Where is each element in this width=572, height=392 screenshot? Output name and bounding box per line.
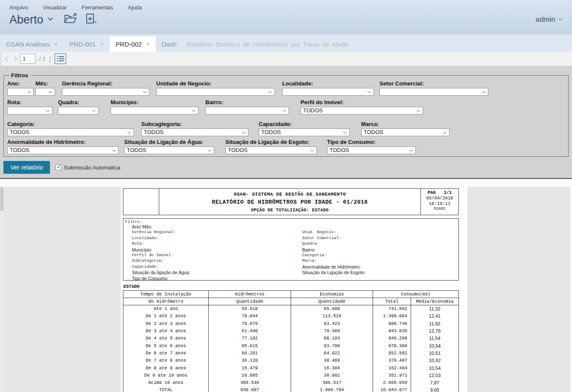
chevron-down-icon bbox=[310, 148, 314, 152]
table-cell: 10,51 bbox=[411, 349, 459, 357]
report-section-label: ESTADO bbox=[123, 284, 459, 289]
report-filtro-row: Ano/ Mês: bbox=[125, 224, 457, 230]
tab-gsan-analises[interactable]: GSAN Analises × bbox=[0, 36, 64, 52]
table-cell: 11,92 bbox=[411, 320, 459, 327]
toc-button[interactable] bbox=[55, 53, 66, 64]
filter-setor-comercial: Setor Comercial: bbox=[379, 80, 488, 96]
filter-situacao-agua-select[interactable]: TODOS bbox=[124, 146, 214, 154]
report-filtro-rows: Ano/ Mês:Gerência Regional:Unid. Negócio… bbox=[125, 224, 457, 281]
select-value: TODOS bbox=[127, 147, 146, 153]
close-icon[interactable]: × bbox=[100, 41, 103, 47]
filter-label: Situação de Ligação de Água: bbox=[124, 139, 214, 145]
table-cell: 61.440 bbox=[209, 327, 291, 334]
select-value: TODOS bbox=[261, 129, 281, 135]
table-row: De 1 ate 2 anos78.844113.5291.399.06412,… bbox=[123, 313, 459, 320]
filter-setor-comercial-select[interactable] bbox=[379, 88, 488, 96]
table-header-row-2: do Hidrômetro Quantidade Quantidade Tota… bbox=[123, 298, 459, 305]
tab-prd-002[interactable]: PRD-002 × bbox=[110, 36, 156, 52]
content-gap bbox=[0, 179, 572, 187]
table-cell: 16.304 bbox=[291, 364, 373, 372]
auto-submit-checkbox[interactable] bbox=[55, 164, 61, 170]
filter-quadra-select[interactable] bbox=[58, 107, 99, 114]
close-icon[interactable]: × bbox=[146, 41, 149, 47]
filter-unidade-negocio-select[interactable] bbox=[156, 88, 275, 96]
menu-ferramentas[interactable]: Ferramentas bbox=[82, 4, 113, 11]
table-cell: 60.291 bbox=[209, 349, 291, 357]
menu-visualizar[interactable]: Visualizar bbox=[43, 4, 67, 11]
filter-label: Gerência Regional: bbox=[62, 80, 149, 87]
tab-dash[interactable]: Dash bbox=[156, 36, 183, 52]
report-filtro-label: Localidade: bbox=[132, 236, 159, 240]
filter-capacidade-select[interactable]: TODOS bbox=[259, 129, 350, 136]
table-row: De 6 ate 7 anos60.29164.922652.59210,51 bbox=[123, 349, 459, 357]
new-document-button[interactable] bbox=[85, 13, 97, 26]
filter-gerencia-regional-select[interactable] bbox=[62, 88, 149, 96]
scrollbar-thumb[interactable] bbox=[0, 187, 3, 211]
report-filtro-row: Subcategoria:Marca: bbox=[125, 258, 457, 264]
report-filtro-label: Anormalidade de Hidrômetro: bbox=[302, 264, 361, 269]
chevron-down-icon bbox=[558, 17, 562, 20]
table-cell: 38.469 bbox=[291, 357, 373, 364]
select-value: TODOS bbox=[364, 129, 383, 135]
filter-label: Unidade de Negocio: bbox=[156, 80, 275, 87]
select-value: TODOS bbox=[330, 147, 349, 153]
toolbar-separator: | bbox=[49, 56, 51, 62]
tab-prd-001[interactable]: PRD-001 × bbox=[64, 36, 110, 52]
filter-anormalidade-select[interactable]: TODOS bbox=[7, 146, 119, 154]
close-icon[interactable]: × bbox=[54, 41, 58, 47]
filter-mes-select[interactable] bbox=[35, 88, 55, 96]
next-page-icon[interactable] bbox=[12, 56, 17, 61]
tab-label: PRD-001 bbox=[70, 41, 96, 48]
table-cell: 1.399.064 bbox=[373, 313, 411, 320]
table-cell: 11,32 bbox=[411, 305, 459, 313]
report-filtro-label: Subcategoria: bbox=[132, 258, 163, 263]
view-report-button[interactable]: Ver relatório bbox=[3, 161, 50, 174]
page-number-input[interactable] bbox=[20, 54, 35, 64]
report-table-body: Ate 1 ano55.61865.608741.00211,32De 1 at… bbox=[123, 305, 459, 392]
filter-localidade-select[interactable] bbox=[282, 88, 374, 96]
chevron-down-icon bbox=[46, 108, 50, 112]
vertical-scrollbar[interactable] bbox=[0, 187, 4, 392]
menu-ajuda[interactable]: Ajuda bbox=[128, 4, 142, 11]
report-filtro-row: Município:Bairro: bbox=[125, 247, 457, 253]
table-cell: 939.097 bbox=[209, 386, 291, 392]
table-cell: 93.768 bbox=[291, 342, 373, 349]
report-filtro-label: Quadra: bbox=[302, 241, 319, 246]
previous-page-icon[interactable] bbox=[5, 56, 9, 61]
table-cell: 1.060.704 bbox=[291, 386, 373, 392]
filter-perfil-imovel-select[interactable]: TODOS bbox=[301, 107, 423, 114]
select-value: TODOS bbox=[10, 129, 29, 135]
table-cell: Ate 1 ano bbox=[123, 305, 209, 313]
filter-bairro-select[interactable] bbox=[205, 107, 289, 114]
filter-label: Quadra: bbox=[58, 99, 99, 105]
filter-municipio-select[interactable] bbox=[111, 107, 198, 114]
tab-label: PRD-002 bbox=[116, 41, 142, 48]
user-menu[interactable]: admin bbox=[536, 15, 561, 24]
filter-label: Perfil do Imóvel: bbox=[301, 99, 423, 105]
report-filtro-label: Tipo de Consumo: bbox=[132, 276, 168, 281]
report-filtro-row: Tipo de Consumo: bbox=[125, 276, 457, 281]
filter-subcategoria: Subcagtegoria: TODOS bbox=[141, 121, 248, 136]
report-filtro-row: Rota:Quadra: bbox=[125, 241, 457, 247]
filter-marca-select[interactable]: TODOS bbox=[361, 129, 449, 136]
filter-unidade-negocio: Unidade de Negocio: bbox=[156, 80, 275, 96]
filter-categoria-select[interactable]: TODOS bbox=[7, 129, 134, 136]
table-cell: 162.464 bbox=[373, 364, 411, 372]
table-cell: 741.002 bbox=[373, 305, 411, 313]
report-filtro-label: Município: bbox=[132, 247, 152, 252]
filter-rota-select[interactable] bbox=[7, 107, 53, 114]
report-filtro-label: Rota: bbox=[132, 241, 144, 246]
report-filtro-label: Categoria: bbox=[302, 253, 327, 257]
filter-subcategoria-select[interactable]: TODOS bbox=[141, 129, 248, 136]
chevron-down-icon bbox=[192, 108, 196, 112]
table-cell: De 9 ate 10 anos bbox=[123, 372, 209, 379]
table-cell: 30.602 bbox=[291, 372, 373, 379]
open-folder-export-button[interactable] bbox=[64, 13, 77, 26]
menu-arquivo[interactable]: Arquivo bbox=[9, 4, 28, 11]
filter-tipo-consumo-select[interactable]: TODOS bbox=[327, 146, 416, 154]
open-dropdown-button[interactable]: Aberto bbox=[9, 13, 52, 26]
report-filtro-label: Situação da ligação de Água: bbox=[132, 270, 190, 275]
filter-ano-select[interactable] bbox=[7, 88, 34, 96]
table-row: De 9 ate 10 anos28.88530.602351.97112,03 bbox=[123, 372, 459, 379]
filter-situacao-esgoto-select[interactable]: TODOS bbox=[225, 146, 317, 154]
